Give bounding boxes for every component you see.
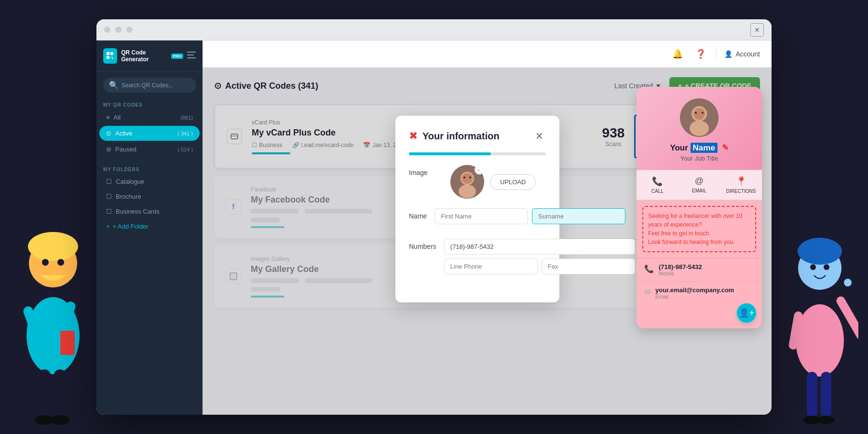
- sidebar-item-paused[interactable]: ⊘ Paused ( 514 ): [99, 142, 200, 157]
- vcard-directions-label: DIRECTIONS: [723, 189, 759, 194]
- bell-button[interactable]: 🔔: [670, 46, 685, 62]
- help-button[interactable]: ❓: [693, 46, 708, 62]
- svg-rect-3: [111, 57, 112, 58]
- vcard-name-highlight: Name: [691, 143, 718, 153]
- svg-rect-115: [821, 372, 831, 418]
- fax-input[interactable]: [542, 258, 635, 274]
- sidebar-item-active[interactable]: ⊙ Active ( 341 ): [99, 126, 200, 141]
- folder-catalogue-label: Catalogue: [116, 178, 144, 185]
- svg-rect-7: [187, 57, 196, 58]
- image-field-content: ✕ UPLOAD: [450, 165, 546, 199]
- vcard-email-label: Email: [655, 294, 734, 299]
- line-phone-input[interactable]: [444, 258, 538, 274]
- folder-brochure-icon: ☐: [106, 193, 112, 200]
- vcard-job-title: Your Job Title: [644, 155, 754, 162]
- sidebar-folder-business-cards[interactable]: ☐ Business Cards: [99, 204, 200, 218]
- add-folder-icon: +: [106, 223, 110, 230]
- svg-point-93: [702, 112, 704, 114]
- name-field-content: [434, 208, 625, 229]
- vcard-email-address: your.email@company.com: [655, 286, 734, 294]
- search-box[interactable]: 🔍: [103, 78, 196, 93]
- svg-rect-114: [807, 372, 817, 418]
- svg-rect-0: [107, 52, 109, 55]
- vcard-email-label: EMAIL: [681, 188, 718, 193]
- vcard-directions-action[interactable]: 📍 DIRECTIONS: [720, 170, 762, 200]
- phone-input[interactable]: [444, 239, 635, 255]
- sidebar: QR Code Generator PRO 🔍: [96, 41, 203, 415]
- folder-brochure-label: Brochure: [116, 193, 141, 200]
- svg-point-109: [810, 264, 816, 270]
- sidebar-folder-brochure[interactable]: ☐ Brochure: [99, 190, 200, 203]
- vcard-call-label: CALL: [639, 189, 676, 194]
- sidebar-search-container: 🔍: [96, 72, 203, 98]
- sidebar-collapse-button[interactable]: [187, 52, 196, 60]
- svg-point-84: [462, 173, 473, 184]
- modal-name-field: Name: [409, 208, 546, 229]
- modal-progress-fill: [409, 152, 491, 155]
- svg-point-108: [798, 238, 842, 265]
- add-folder-label: + Add Folder: [113, 223, 149, 230]
- numbers-row-2: [444, 258, 635, 274]
- my-qr-codes-label: MY QR CODES: [96, 98, 203, 109]
- svg-point-92: [695, 112, 697, 114]
- folders-label: MY FOLDERS: [96, 163, 203, 174]
- image-upload-area: ✕ UPLOAD: [450, 165, 546, 199]
- svg-point-97: [42, 259, 49, 266]
- bell-icon: 🔔: [672, 49, 683, 59]
- modal-overlay: ✖ Your information ✕ Image: [203, 68, 772, 415]
- account-button[interactable]: 👤 Account: [724, 50, 760, 58]
- vcard-bio: Seeking for a freelancer with over 10 ye…: [642, 206, 756, 252]
- folder-business-cards-label: Business Cards: [116, 208, 160, 215]
- sidebar-item-all[interactable]: ≡ All (861): [99, 110, 200, 125]
- character-right: [781, 162, 858, 434]
- directions-icon: 📍: [723, 176, 759, 187]
- image-label: Image: [409, 165, 443, 176]
- name-row: [434, 208, 625, 224]
- modal-header: ✖ Your information ✕: [409, 129, 546, 143]
- modal-title: Your information: [422, 131, 528, 142]
- vcard-email-icon: ✉: [644, 287, 651, 297]
- browser-dot-1: [104, 27, 110, 33]
- browser-window: ✕ QR Code Generator: [96, 19, 772, 415]
- paused-icon: ⊘: [106, 146, 111, 153]
- first-name-input[interactable]: [434, 208, 528, 224]
- search-input[interactable]: [122, 82, 190, 89]
- browser-chrome: ✕: [96, 19, 772, 41]
- svg-rect-103: [54, 369, 66, 418]
- svg-rect-1: [110, 52, 113, 55]
- sidebar-active-label: Active: [115, 130, 132, 137]
- sidebar-all-count: (861): [180, 115, 193, 121]
- email-action-icon: @: [681, 176, 718, 186]
- add-contact-icon: 👤+: [739, 308, 755, 318]
- sidebar-active-count: ( 341 ): [177, 131, 193, 136]
- vcard-add-contact-button[interactable]: 👤+: [737, 303, 756, 323]
- svg-rect-101: [60, 331, 75, 355]
- modal-progress-bar: [409, 152, 546, 155]
- modal-close-button[interactable]: ✕: [532, 129, 546, 143]
- modal-numbers-field: Numbers: [409, 239, 546, 279]
- main-content: 🔔 ❓ 👤 Account ⊙ Active QR Codes (341): [203, 41, 772, 415]
- avatar-remove-button[interactable]: ✕: [475, 165, 484, 175]
- logo-icon: [103, 48, 117, 64]
- active-icon: ⊙: [106, 130, 111, 137]
- call-icon: 📞: [639, 176, 676, 187]
- vcard-edit-icon: ✎: [722, 143, 729, 152]
- folder-business-cards-icon: ☐: [106, 208, 112, 215]
- vcard-name-display: Your Name ✎: [644, 143, 754, 153]
- vcard-email-action[interactable]: @ EMAIL: [678, 170, 720, 200]
- sidebar-folder-catalogue[interactable]: ☐ Catalogue: [99, 175, 200, 189]
- browser-close-button[interactable]: ✕: [750, 23, 764, 37]
- vcard-bio-text: Seeking for a freelancer with over 10 ye…: [648, 213, 742, 245]
- svg-rect-102: [39, 369, 51, 418]
- sidebar-all-label: All: [114, 114, 121, 121]
- upload-button[interactable]: UPLOAD: [490, 174, 536, 190]
- surname-input[interactable]: [532, 208, 625, 224]
- vcard-phone-info: (718)-987-5432 Mobile: [659, 263, 702, 276]
- svg-point-105: [50, 415, 69, 425]
- top-nav: 🔔 ❓ 👤 Account: [203, 41, 772, 68]
- vcard-call-action[interactable]: 📞 CALL: [637, 170, 678, 200]
- numbers-label: Numbers: [409, 239, 436, 250]
- vcard-actions: 📞 CALL @ EMAIL 📍 DIRECTIONS: [637, 170, 762, 200]
- add-folder-button[interactable]: + + Add Folder: [99, 219, 200, 233]
- svg-rect-6: [187, 54, 194, 55]
